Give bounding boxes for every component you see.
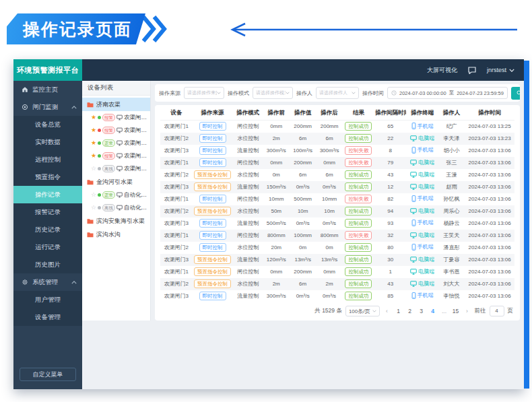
cell-result: 控制失败 bbox=[343, 193, 374, 205]
sidebar-item-monitor-home[interactable]: 监控主页 bbox=[13, 81, 82, 98]
terminal-label: 手机端 bbox=[418, 146, 434, 154]
table-row[interactable]: 农渠闸门2预置指令控制水位控制50m10m10m控制成功94电脑端周乐心2024… bbox=[160, 205, 514, 217]
sidebar-item-remote-control[interactable]: 远程控制 bbox=[13, 151, 82, 168]
table-row[interactable]: 农渠闸门3预置指令控制流量控制120m³/s13m³/s13m³/s控制成功30… bbox=[160, 254, 514, 266]
page-banner: 操作记录页面 bbox=[7, 13, 167, 44]
result-badge: 控制成功 bbox=[345, 279, 372, 288]
table-row[interactable]: 农渠闸门2即时控制水位控制2m6m6m控制成功22电脑端李天泽2023-07-0… bbox=[160, 133, 514, 145]
next-page-button[interactable]: › bbox=[463, 308, 471, 314]
visualization-link[interactable]: 大屏可视化 bbox=[427, 66, 457, 75]
gate-monitor-icon bbox=[22, 104, 28, 110]
cell-operator: 潘直彤 bbox=[438, 242, 465, 254]
sidebar-item-realtime-data[interactable]: 实时数据 bbox=[13, 133, 82, 151]
sidebar-item-device-management[interactable]: 设备管理 bbox=[13, 308, 82, 326]
custom-menu-button[interactable]: 自定义菜单 bbox=[20, 368, 76, 381]
table-row[interactable]: 农渠闸门3即时控制流量控制300m³/s100m³/s300m³/s控制失败8手… bbox=[160, 145, 514, 157]
sidebar-item-system-management[interactable]: 系统管理 bbox=[13, 273, 82, 291]
cell-after: 0m³/s bbox=[316, 181, 342, 193]
cell-terminal: 电脑端 bbox=[406, 157, 438, 169]
tree-device-gate-3[interactable]: ★正常农渠闸门3 bbox=[82, 137, 150, 149]
sidebar-item-alarm-record[interactable]: 报警记录 bbox=[13, 203, 82, 221]
page-4[interactable]: 4 bbox=[429, 308, 437, 314]
cell-after: 2m bbox=[316, 278, 342, 290]
status-badge: 离线 bbox=[102, 204, 115, 211]
source-select[interactable]: 请选择操作来源 bbox=[184, 87, 224, 99]
table-row[interactable]: 农渠闸门2预置指令控制水位控制2m6m2m控制成功43电脑端刘大大2024-07… bbox=[160, 278, 514, 290]
time-range-picker[interactable]: 2024-07-03 00:00:00 至 2024-07-23 23:59:5… bbox=[387, 87, 508, 99]
column-header-5: 操作后 bbox=[316, 106, 342, 121]
tree-device-auto-gate-2[interactable]: ☆离线自动化闸... bbox=[82, 201, 150, 214]
page-15[interactable]: 15 bbox=[452, 308, 460, 314]
table-row[interactable]: 农渠闸门3预置指令控制流量控制150m³/s0m³/s0m³/s控制成功12电脑… bbox=[160, 181, 514, 193]
goto-page-input[interactable]: 4 bbox=[490, 306, 504, 316]
source-badge: 预置指令控制 bbox=[194, 267, 231, 276]
pc-icon bbox=[410, 257, 417, 263]
tree-group-bingou-ditch[interactable]: 滨沟水沟 bbox=[82, 228, 150, 241]
tree-group-jingou-river[interactable]: 金沟河引水渠 bbox=[82, 175, 150, 189]
table-row[interactable]: 农渠闸门1即时控制闸位控制0mm200mm0mm控制失败79电脑端张三2024-… bbox=[160, 157, 514, 169]
cell-time: 2024-07-03 13:06 bbox=[465, 278, 514, 290]
column-header-2: 操作模式 bbox=[233, 106, 263, 121]
table-row[interactable]: 农渠闸门3即时控制流量控制300m³/s0m³/s0m³/s控制成功85手机端李… bbox=[160, 290, 514, 302]
table-row[interactable]: 农渠闸门3即时控制流量控制500m³/s0m³/s0m³/s控制成功93手机端杨… bbox=[160, 217, 514, 230]
cell-time: 2024-07-03 13:06 bbox=[465, 290, 514, 302]
message-icon[interactable] bbox=[468, 67, 476, 74]
tree-device-gate-5[interactable]: ☆离线农渠闸门5 bbox=[82, 162, 150, 175]
chevron-right-icon bbox=[152, 15, 167, 43]
table-row[interactable]: 农渠闸门2即时控制水位控制20m0m0m控制成功80手机端潘直彤2024-07-… bbox=[160, 242, 514, 254]
status-dot-gray bbox=[98, 167, 101, 170]
table-row[interactable]: 农渠闸门1即时控制闸位控制10mm500mm10mm控制失败82手机端孙忆枫20… bbox=[160, 193, 514, 205]
device-monitor-icon bbox=[117, 166, 123, 172]
prev-page-button[interactable]: ‹ bbox=[383, 308, 391, 314]
cell-interval: 8 bbox=[374, 145, 406, 157]
sidebar-item-gate-monitoring[interactable]: 闸门监测 bbox=[13, 98, 82, 116]
cell-interval: 30 bbox=[374, 254, 406, 266]
tree-device-gate-2[interactable]: ★报警农渠闸门2 bbox=[82, 124, 150, 137]
tree-group-bingou-anjihai[interactable]: 滨沟安集海引水渠 bbox=[82, 214, 150, 228]
status-dot-green bbox=[98, 141, 101, 145]
sidebar-item-label: 用户管理 bbox=[35, 296, 61, 304]
star-outline-icon: ☆ bbox=[91, 205, 96, 211]
page-title: 操作记录页面 bbox=[7, 13, 145, 44]
tree-device-auto-gate-1[interactable]: ☆正常自动化闸... bbox=[82, 189, 150, 201]
user-menu[interactable]: jnrstest bbox=[487, 67, 514, 73]
sidebar-item-history-image[interactable]: 历史图片 bbox=[13, 256, 82, 273]
star-outline-icon: ☆ bbox=[91, 192, 96, 198]
cell-before: 0mm bbox=[263, 266, 290, 278]
cell-mode: 水位控制 bbox=[233, 205, 263, 217]
sidebar-item-run-record[interactable]: 运行记录 bbox=[13, 238, 82, 256]
cell-after: 0m³/s bbox=[316, 217, 342, 230]
table-row[interactable]: 农渠闸门1预置指令控制闸位控制0mm200mm0mm控制成功1电脑端李书恩202… bbox=[160, 266, 514, 278]
tree-group-label: 滨沟安集海引水渠 bbox=[96, 217, 145, 226]
page-size-select[interactable]: 100条/页 bbox=[345, 306, 380, 316]
table-row[interactable]: 农渠闸门1即时控制闸位控制800mm100mm800mm控制失败32电脑端王笑天… bbox=[160, 230, 514, 242]
sidebar-item-device-overview[interactable]: 设备总览 bbox=[13, 116, 82, 133]
tree-device-gate-4[interactable]: ★报警农渠闸门4 bbox=[82, 149, 150, 162]
status-badge: 正常 bbox=[102, 139, 115, 147]
mode-select[interactable]: 请选择操作模式 bbox=[253, 87, 293, 99]
cell-before: 2m bbox=[263, 133, 290, 145]
page-3[interactable]: 3 bbox=[418, 308, 426, 314]
table-row[interactable]: 农渠闸门1即时控制闸位控制0mm200mm200mm控制成功65手机端纪广202… bbox=[160, 121, 514, 133]
tree-group-jinan-canal[interactable]: 济南农渠 bbox=[82, 98, 150, 111]
sidebar-item-preset-command[interactable]: 预置指令 bbox=[13, 168, 82, 186]
cell-mode: 水位控制 bbox=[233, 278, 263, 290]
cell-mode: 流量控制 bbox=[233, 254, 263, 266]
tree-device-gate-1[interactable]: ★报警农渠闸门1 bbox=[82, 111, 150, 124]
cell-operator: 孙忆枫 bbox=[438, 193, 465, 205]
sidebar-item-user-management[interactable]: 用户管理 bbox=[13, 291, 82, 308]
cell-source: 预置指令控制 bbox=[192, 254, 232, 266]
table-row[interactable]: 农渠闸门2预置指令控制水位控制0m6m6m控制成功43电脑端王漫2024-07-… bbox=[160, 169, 514, 181]
cell-terminal: 手机端 bbox=[406, 290, 438, 302]
cell-device: 农渠闸门3 bbox=[160, 181, 192, 193]
pc-icon bbox=[410, 232, 417, 238]
page-2[interactable]: 2 bbox=[406, 308, 414, 314]
operator-select[interactable]: 请选择操作人 bbox=[316, 87, 359, 99]
cell-source: 即时控制 bbox=[192, 193, 232, 205]
sidebar-item-history-record[interactable]: 历史记录 bbox=[13, 221, 82, 238]
source-badge: 即时控制 bbox=[199, 219, 226, 228]
phone-icon bbox=[411, 244, 416, 250]
page-1[interactable]: 1 bbox=[395, 308, 403, 314]
search-button[interactable]: 搜索 bbox=[511, 87, 520, 100]
sidebar-item-operation-record[interactable]: 操作记录 bbox=[13, 186, 82, 203]
